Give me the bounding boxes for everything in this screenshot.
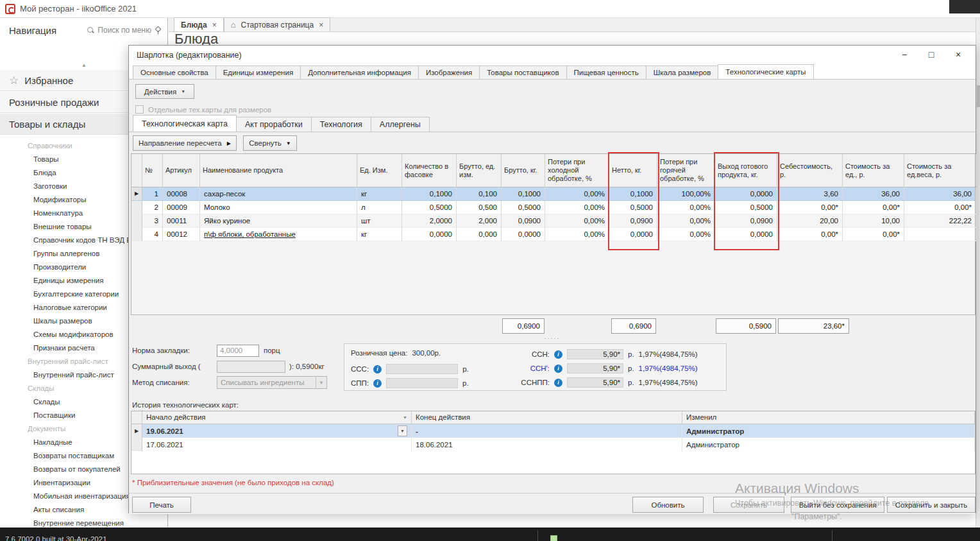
column-header-5[interactable]: Брутто, ед. изм. (457, 154, 502, 187)
price-percent: 1,97%(4984,75%) (639, 379, 698, 386)
price-right-row-2: ССНПП:i5,90*р.1,97%(4984,75%) (516, 377, 698, 388)
column-header-4[interactable]: Количество в фасовке (402, 154, 457, 187)
tree-item-28[interactable]: Внутренние перемещения (0, 517, 168, 528)
retail-price-value: 300,00р. (412, 349, 441, 357)
history-row[interactable]: ▶19.06.2021▼-Администратор (131, 424, 975, 438)
splitter-handle[interactable]: ····· (129, 336, 976, 341)
combo-dropdown-icon[interactable]: ▼ (398, 425, 407, 436)
document-tab-0[interactable]: Блюда× (174, 17, 224, 31)
techcard-subtab-2[interactable]: Технология (311, 117, 371, 132)
column-header-3[interactable]: Ед. Изм. (357, 154, 402, 187)
dialog-tab-3[interactable]: Изображения (418, 65, 480, 79)
column-header-9[interactable]: Потери при горячей обработке, % (657, 154, 715, 187)
column-header-7[interactable]: Потери при холодной обработке, % (545, 154, 609, 187)
history-end-cell: - (412, 424, 682, 438)
column-header-6[interactable]: Брутто, кг. (502, 154, 545, 187)
table-row[interactable]: 400012п\ф яблоки, обработанныекг0,00000,… (131, 228, 975, 241)
pin-icon[interactable] (155, 26, 161, 34)
save-and-close-button[interactable]: Сохранить и закрыть (887, 497, 976, 513)
close-button[interactable]: × (945, 47, 972, 62)
history-start-date: 19.06.2021 (146, 425, 183, 438)
total-brutto-kg: 0,6900 (502, 318, 545, 334)
history-column-header-2[interactable]: Изменил (682, 411, 975, 424)
recalc-direction-label: Направление пересчета (139, 139, 222, 147)
price-left-row-1: СПП:iр. (351, 378, 469, 388)
scrollbar-thumb[interactable] (977, 85, 980, 107)
price-unit: р. (628, 379, 634, 386)
info-icon[interactable]: i (373, 379, 382, 388)
dialog-tab-0[interactable]: Основные свойства (133, 65, 216, 79)
minimize-button[interactable]: − (891, 47, 918, 62)
history-column-header-0[interactable]: Начало действия▼ (142, 411, 412, 424)
dialog-tab-7[interactable]: Технологические карты (718, 64, 813, 79)
filter-icon[interactable]: ▼ (403, 411, 407, 424)
table-row[interactable]: 200009Молокол0,50000,5000,50000,00%0,500… (131, 201, 975, 214)
close-tab-icon[interactable]: × (212, 21, 217, 30)
info-icon[interactable]: i (554, 365, 562, 373)
price-unit: р. (462, 365, 469, 373)
app-title: Мой ресторан - iikoOffice 2021 (20, 4, 137, 13)
column-header-13[interactable]: Стоимость за ед.веса, р. (904, 154, 976, 187)
techcard-subtab-3[interactable]: Аллергены (371, 117, 430, 132)
column-header-11[interactable]: Себестоимость, р. (777, 154, 843, 187)
collapse-button[interactable]: Свернуть ▼ (243, 135, 297, 151)
document-tab-label: Блюда (181, 21, 207, 30)
cell: шт (357, 214, 402, 228)
history-label: История технологических карт: (132, 401, 239, 409)
recalc-direction-button[interactable]: Направление пересчета ▶ (133, 135, 237, 151)
techcard-subtab-1[interactable]: Акт проработки (236, 117, 312, 132)
info-icon[interactable]: i (554, 379, 562, 387)
version-text: 7.6.7002.0 built at 30-Apr-2021 (5, 535, 107, 541)
total-output-kg: 0,5900 (716, 318, 776, 334)
column-header-1[interactable]: Артикул (163, 154, 200, 187)
search-icon (87, 27, 94, 34)
app-logo-icon (5, 4, 15, 14)
column-header-12[interactable]: Стоимость за ед., р. (843, 154, 904, 187)
history-row[interactable]: 17.06.202118.06.2021Администратор (131, 438, 975, 451)
footer-divider (129, 493, 976, 494)
price-value-field: 5,90* (567, 349, 623, 359)
dialog-tab-5[interactable]: Пищевая ценность (566, 65, 646, 79)
close-tab-icon[interactable]: × (319, 21, 323, 30)
collapse-label: Свернуть (249, 139, 281, 147)
price-label: ССНПП: (516, 379, 550, 386)
cell: п\ф яблоки, обработанные (200, 228, 357, 241)
cell: 0,100 (457, 187, 502, 201)
cell (904, 228, 976, 241)
dialog-tab-4[interactable]: Товары поставщиков (479, 65, 566, 79)
norma-unit: порц (264, 347, 280, 354)
history-column-header-1[interactable]: Конец действия (412, 411, 682, 424)
table-row[interactable]: ▶100008сахар-песоккг0,10000,1000,10000,0… (131, 187, 975, 201)
table-row[interactable]: 300011Яйко куриноешт2,00002,0000,09000,0… (131, 214, 975, 228)
techcard-subtab-0[interactable]: Технологическая карта (133, 115, 237, 132)
actions-button-label: Действия (144, 88, 176, 96)
dialog-tab-6[interactable]: Шкала размеров (646, 65, 719, 79)
info-icon[interactable]: i (373, 365, 382, 374)
price-unit: р. (628, 365, 634, 372)
cell: 00009 (163, 201, 200, 214)
save-button[interactable]: Сохранить (713, 497, 784, 513)
techcard-subtabs: Технологическая картаАкт проработкиТехно… (133, 115, 429, 132)
norma-input[interactable]: 4,0000 (217, 345, 259, 357)
dialog-tab-2[interactable]: Дополнительная информация (300, 65, 419, 79)
separate-techcards-checkbox[interactable] (135, 105, 144, 114)
cell: Молоко (200, 201, 357, 214)
vertical-scrollbar[interactable] (976, 18, 980, 528)
info-icon[interactable]: i (554, 350, 562, 359)
actions-button[interactable]: Действия ▼ (135, 84, 194, 99)
menu-search[interactable]: Поиск по меню (87, 26, 161, 35)
column-header-0[interactable]: № (142, 154, 163, 187)
print-button[interactable]: Печать (132, 497, 191, 513)
cell: 0,00% (545, 228, 609, 241)
maximize-button[interactable]: □ (918, 47, 945, 62)
cell: 0,5000 (402, 201, 457, 214)
refresh-button[interactable]: Обновить (632, 497, 704, 513)
dialog-tab-1[interactable]: Единицы измерения (215, 65, 301, 79)
chevron-down-icon: ▼ (316, 377, 326, 388)
column-header-8[interactable]: Нетто, кг. (609, 154, 657, 187)
exit-without-saving-button[interactable]: Выйти без сохранения (791, 497, 884, 513)
cell: 0,0000 (402, 228, 457, 241)
document-tab-1[interactable]: ⌂Стартовая страница× (224, 17, 331, 31)
column-header-10[interactable]: Выход готового продукта, кг. (715, 154, 777, 187)
column-header-2[interactable]: Наименование продукта (200, 154, 357, 187)
